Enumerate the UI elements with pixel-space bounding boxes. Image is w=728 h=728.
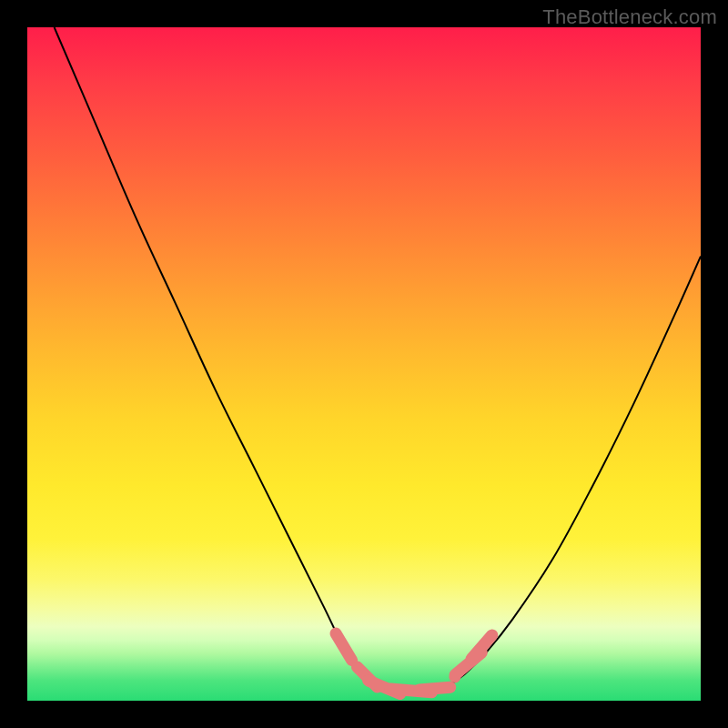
curve-marker-lozenge [336,633,352,660]
bottleneck-curve [55,27,701,691]
plot-area [27,27,701,701]
watermark-text: TheBottleneck.com [542,5,717,29]
marker-group [336,633,492,693]
chart-frame: TheBottleneck.com [0,0,728,728]
curve-marker-lozenge [471,635,492,659]
curve-marker-lozenge [420,687,450,690]
curve-layer [27,27,701,701]
